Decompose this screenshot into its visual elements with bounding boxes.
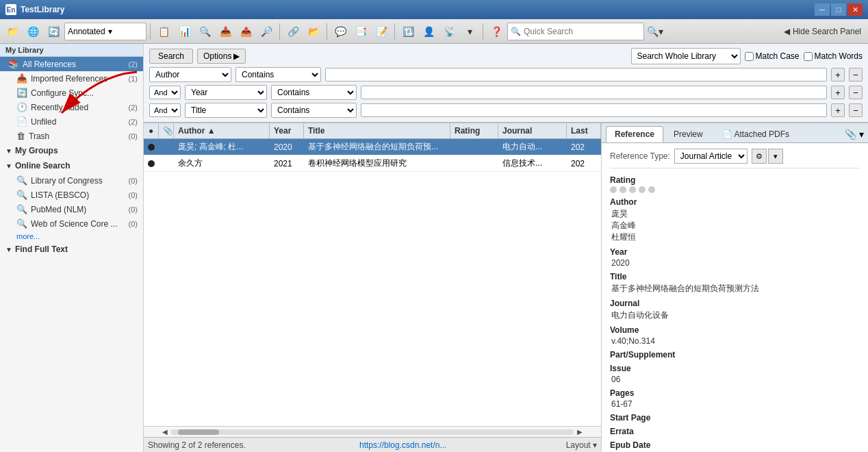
cite-button[interactable]: 💬 — [331, 22, 350, 41]
field-journal: Journal 电力自动化设备 — [610, 299, 860, 321]
sidebar-item-loc[interactable]: 🔍 Library of Congress (0) — [0, 173, 143, 188]
tab-preview[interactable]: Preview — [665, 126, 712, 142]
folder-button[interactable]: 📂 — [304, 22, 323, 41]
sidebar-item-pubmed[interactable]: 🔍 PubMed (NLM) (0) — [0, 202, 143, 216]
add-row-button-1[interactable]: + — [831, 68, 845, 81]
online-button[interactable]: 🌐 — [23, 22, 42, 41]
match-words-checkbox[interactable] — [804, 52, 813, 61]
word-button[interactable]: 📝 — [372, 22, 391, 41]
rating-dot-3[interactable] — [629, 186, 636, 193]
paperclip-icon[interactable]: 📎 — [845, 129, 856, 140]
pdf-button[interactable]: 🔗 — [283, 22, 303, 41]
condition-select-1[interactable]: ContainsDoes Not ContainIs — [235, 67, 321, 82]
bibliography-button[interactable]: 📑 — [351, 22, 370, 41]
more-btn[interactable]: ▾ — [460, 22, 479, 41]
add-row-button-3[interactable]: + — [831, 103, 845, 117]
import-button[interactable]: 📥 — [216, 22, 235, 41]
remove-row-button-1[interactable]: − — [849, 68, 863, 81]
unfiled-label: Unfiled — [31, 117, 129, 127]
condition-select-3[interactable]: ContainsDoes Not ContainIs — [271, 103, 357, 118]
header-last[interactable]: Last — [567, 123, 601, 138]
help-button[interactable]: ❓ — [487, 22, 506, 41]
ref-type-gear-btn[interactable]: ⚙ — [752, 149, 767, 164]
panel-dropdown-icon[interactable]: ▾ — [859, 129, 864, 140]
search-options-btn[interactable]: 🔍▾ — [646, 22, 665, 41]
search-button[interactable]: Search — [149, 49, 193, 64]
ref-type-dropdown-btn[interactable]: ▾ — [768, 149, 783, 164]
connector-select-3[interactable]: AndOrNot — [149, 103, 181, 117]
header-rating[interactable]: Rating — [450, 123, 498, 138]
my-groups-header[interactable]: ▼ My Groups — [0, 143, 143, 158]
open-button[interactable]: 📁 — [3, 22, 22, 41]
header-journal[interactable]: Journal — [498, 123, 567, 138]
rating-dot-4[interactable] — [639, 186, 646, 193]
rating-dot-5[interactable] — [648, 186, 655, 193]
issue-value: 06 — [610, 375, 860, 384]
term-input-1[interactable] — [325, 68, 827, 81]
term-input-2[interactable] — [361, 86, 827, 99]
row2-author: 余久方 — [174, 155, 270, 171]
header-title[interactable]: Title — [304, 123, 450, 138]
header-flag[interactable]: ● — [144, 123, 159, 138]
ref-type-select[interactable]: Journal Article — [674, 149, 748, 164]
header-year[interactable]: Year — [270, 123, 304, 138]
online-search-label: Online Search — [15, 161, 71, 171]
condition-select-2[interactable]: ContainsDoes Not ContainIs — [271, 85, 357, 100]
sidebar-item-all-references[interactable]: 📚 All References (2) — [0, 57, 143, 71]
rating-dots[interactable] — [610, 186, 860, 193]
search-online-button[interactable]: 🔎 — [257, 22, 276, 41]
sidebar-more[interactable]: more... — [0, 231, 143, 242]
connect-button[interactable]: 👤 — [419, 22, 438, 41]
find-button[interactable]: 🔍 — [195, 22, 214, 41]
find-full-text-header[interactable]: ▼ Find Full Text — [0, 242, 143, 257]
table-row[interactable]: 庞昊; 高金峰; 杜... 2020 基于多神经网络融合的短期负荷预... 电力… — [144, 139, 601, 155]
header-attach[interactable]: 📎 — [159, 123, 174, 138]
sidebar-item-wos[interactable]: 🔍 Web of Science Core ... (0) — [0, 216, 143, 231]
group-dropdown[interactable]: Annotated ▾ — [64, 23, 146, 40]
remove-row-button-3[interactable]: − — [849, 103, 863, 117]
field-year: Year 2020 — [610, 247, 860, 268]
close-button[interactable]: ✕ — [847, 3, 863, 16]
scroll-right-btn[interactable]: ▶ — [574, 427, 586, 438]
add-row-button-2[interactable]: + — [831, 86, 845, 99]
share-button[interactable]: 📡 — [439, 22, 459, 41]
refresh-button[interactable]: 🔃 — [398, 22, 418, 41]
sidebar-item-trash[interactable]: 🗑 Trash (0) — [0, 129, 143, 143]
maximize-button[interactable]: □ — [831, 3, 846, 16]
field-errata: Errata — [610, 427, 860, 436]
rating-dot-2[interactable] — [620, 186, 626, 193]
term-input-3[interactable] — [361, 103, 827, 117]
header-author[interactable]: Author ▲ — [174, 123, 270, 138]
sync-button[interactable]: 🔄 — [44, 22, 63, 41]
tab-attached-pdfs[interactable]: 📄 Attached PDFs — [713, 126, 798, 142]
field-select-1[interactable]: AuthorYearTitleJournal — [149, 67, 231, 82]
sidebar-item-unfiled[interactable]: 📄 Unfiled (2) — [0, 114, 143, 129]
sidebar-item-lista[interactable]: 🔍 LISTA (EBSCO) (0) — [0, 188, 143, 202]
sidebar-item-sync[interactable]: 🔄 Configure Sync... — [0, 86, 143, 100]
connector-select-2[interactable]: AndOrNot — [149, 86, 181, 99]
match-words-label[interactable]: Match Words — [804, 51, 863, 61]
online-search-header[interactable]: ▼ Online Search — [0, 158, 143, 173]
quick-search-input[interactable] — [524, 27, 633, 36]
export-button[interactable]: 📤 — [236, 22, 255, 41]
scroll-thumb[interactable] — [178, 429, 219, 435]
new-ref-button[interactable]: 📋 — [154, 22, 173, 41]
match-case-checkbox[interactable] — [745, 52, 754, 61]
field-select-3[interactable]: TitleAuthorYear — [185, 103, 267, 118]
options-button[interactable]: Options ▶ — [197, 49, 246, 64]
horizontal-scrollbar[interactable]: ◀ ▶ — [144, 426, 601, 437]
new-group-button[interactable]: 📊 — [175, 22, 194, 41]
rating-dot-1[interactable] — [610, 186, 617, 193]
hide-search-panel-button[interactable]: ◀ Hide Search Panel — [780, 25, 865, 38]
scroll-left-btn[interactable]: ◀ — [159, 427, 171, 438]
search-scope-select[interactable]: Search Whole Library — [631, 48, 741, 64]
match-case-label[interactable]: Match Case — [745, 51, 800, 61]
minimize-button[interactable]: ─ — [815, 3, 830, 16]
tab-reference[interactable]: Reference — [606, 126, 663, 142]
table-row[interactable]: 余久方 2021 卷积神经网络模型应用研究 信息技术... 202 — [144, 155, 601, 172]
sidebar-item-recently[interactable]: 🕐 Recently Added (2) — [0, 100, 143, 114]
sidebar-item-imported[interactable]: 📥 Imported References (1) — [0, 71, 143, 86]
field-select-2[interactable]: YearAuthorTitle — [185, 85, 267, 100]
remove-row-button-2[interactable]: − — [849, 86, 863, 99]
pdf-icon: 📄 — [722, 129, 732, 139]
